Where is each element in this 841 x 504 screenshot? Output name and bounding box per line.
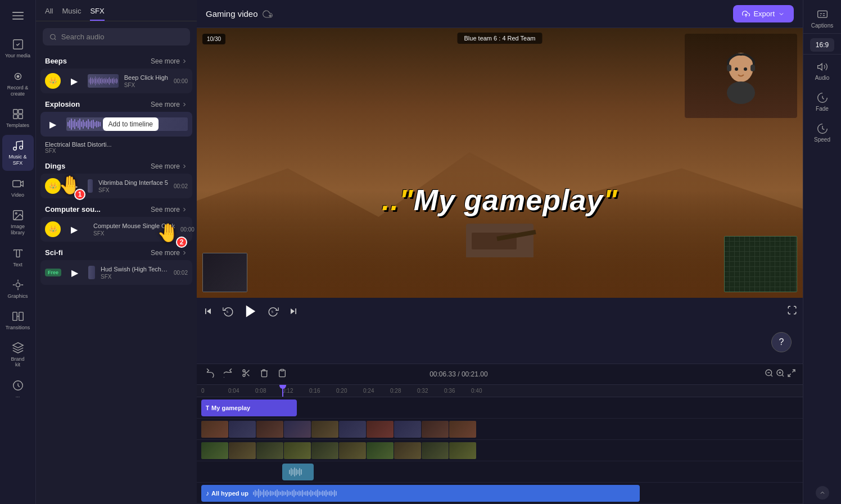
- minimap: [724, 236, 797, 292]
- search-input[interactable]: [61, 33, 183, 41]
- play-hud-swish[interactable]: ▶: [67, 265, 83, 280]
- playhead[interactable]: [282, 385, 283, 397]
- audio-item-beep-click-high[interactable]: 👑 ▶: [40, 69, 192, 93]
- audio-item-electrical-blast[interactable]: ··· ▶ Add to timeline: [40, 112, 192, 137]
- hamburger-button[interactable]: [2, 4, 34, 27]
- audio-name-beep: Beep Click High: [124, 74, 168, 81]
- webcam-overlay: [685, 34, 797, 118]
- add-to-timeline-button[interactable]: Add to timeline: [103, 117, 159, 131]
- right-sidebar-speed[interactable]: Speed: [807, 119, 838, 147]
- svg-rect-16: [12, 312, 16, 320]
- music-waveform: [253, 488, 635, 499]
- ruler-mark-8: 0:08: [255, 388, 282, 394]
- aspect-ratio-button[interactable]: 16:9: [810, 38, 834, 52]
- export-button[interactable]: Export: [733, 5, 794, 22]
- audio-duration-vibrimba: 00:02: [174, 183, 188, 189]
- sidebar-item-record[interactable]: Record &create: [2, 66, 34, 102]
- sidebar-item-flags[interactable]: ···: [2, 375, 34, 404]
- timeline-tracks: T My gameplay: [197, 397, 803, 504]
- audio-item-vibrimba[interactable]: 👑 ▶ Vibrimba Ding Interface 5: [40, 174, 192, 198]
- sfx-clip[interactable]: [282, 464, 314, 480]
- play-electrical-blast[interactable]: ▶: [45, 116, 61, 132]
- search-bar: [43, 28, 190, 46]
- svg-rect-17: [19, 312, 22, 320]
- forward-5s-button[interactable]: 5: [268, 306, 279, 317]
- svg-rect-2: [12, 19, 24, 20]
- mini-thumbnail: [202, 253, 247, 292]
- skip-forward-button[interactable]: [288, 306, 299, 317]
- see-more-explosion[interactable]: See more: [151, 101, 188, 108]
- timeline-time: 00:06.33 / 00:21.00: [429, 370, 487, 378]
- music-clip-all-hyped-up[interactable]: ♪ All hyped up: [201, 485, 640, 502]
- audio-item-hud-swish[interactable]: Free ▶ Hud Swish (High Tech, Sci-fi,.: [40, 260, 192, 285]
- tab-sfx[interactable]: SFX: [90, 7, 104, 21]
- track-video2-content: [197, 440, 803, 461]
- cut-button[interactable]: [239, 367, 253, 381]
- ruler-mark-20: 0:20: [336, 388, 363, 394]
- dropdown-icon: [778, 11, 785, 17]
- zoom-out-button[interactable]: [765, 369, 774, 380]
- svg-rect-25: [750, 65, 755, 71]
- play-pause-button[interactable]: [243, 303, 259, 319]
- redo-button[interactable]: [221, 367, 235, 381]
- audio-name-computer-mouse: Computer Mouse Single Click: [93, 223, 175, 229]
- tab-all[interactable]: All: [45, 7, 53, 21]
- score-overlay: 10/30: [202, 34, 225, 44]
- sidebar-item-image-library[interactable]: Imagelibrary: [2, 205, 34, 240]
- track-music-content: ♪ All hyped up: [197, 483, 803, 503]
- fullscreen-button[interactable]: [787, 305, 797, 317]
- hud-overlay: Blue team 6 : 4 Red Team: [458, 33, 542, 44]
- fit-timeline-button[interactable]: [787, 369, 796, 380]
- section-dings: Dings See more: [40, 157, 192, 174]
- text-clip-my-gameplay[interactable]: T My gameplay: [201, 399, 297, 416]
- play-computer-mouse[interactable]: ▶: [66, 221, 82, 237]
- svg-line-41: [782, 375, 784, 376]
- rewind-5s-button[interactable]: 5: [223, 306, 234, 317]
- audio-duration-beep: 00:00: [174, 78, 188, 84]
- audio-sub-computer-mouse: SFX: [93, 230, 175, 237]
- undo-button[interactable]: [204, 367, 217, 381]
- captions-icon: [816, 9, 829, 20]
- svg-line-38: [771, 375, 772, 376]
- audio-item-computer-mouse[interactable]: 👑 ▶ Computer Mouse Single Click: [40, 217, 192, 242]
- svg-point-5: [17, 75, 19, 78]
- see-more-dings[interactable]: See more: [151, 162, 188, 170]
- svg-rect-36: [281, 369, 283, 371]
- zoom-in-button[interactable]: [776, 369, 785, 380]
- audio-tabs: All Music SFX: [36, 0, 197, 21]
- svg-rect-24: [727, 65, 731, 71]
- see-more-beeps[interactable]: See more: [151, 57, 188, 65]
- delete-button[interactable]: [257, 367, 271, 381]
- right-sidebar-fade[interactable]: Fade: [807, 88, 838, 116]
- sidebar-item-templates[interactable]: Templates: [2, 103, 34, 133]
- help-button[interactable]: ?: [771, 332, 792, 352]
- right-sidebar-audio[interactable]: Audio: [807, 57, 838, 85]
- audio-duration-hud: 00:02: [174, 270, 188, 276]
- audio-volume-icon: [817, 61, 828, 72]
- sidebar-item-your-media[interactable]: Your media: [2, 34, 34, 63]
- svg-line-45: [788, 374, 791, 376]
- svg-point-32: [243, 374, 245, 376]
- ruler-mark-40: 0:40: [471, 388, 498, 394]
- track-sfx: [197, 461, 803, 483]
- see-more-computer[interactable]: See more: [151, 206, 188, 214]
- sidebar-item-music-sfx[interactable]: Music &SFX: [2, 135, 34, 171]
- skip-back-button[interactable]: [202, 306, 214, 317]
- play-vibrimba[interactable]: ▶: [66, 178, 82, 194]
- collapse-panel-button[interactable]: [816, 486, 829, 500]
- clipboard-button[interactable]: [275, 367, 289, 381]
- right-sidebar: Captions 16:9 Audio Fade Speed: [803, 0, 841, 504]
- section-scifi-title: Sci-fi: [45, 248, 63, 257]
- sidebar-item-video[interactable]: Video: [2, 173, 34, 202]
- captions-label: Captions: [811, 22, 833, 29]
- sidebar-item-transitions[interactable]: Transitions: [2, 306, 34, 335]
- tab-music[interactable]: Music: [62, 7, 81, 21]
- sidebar-item-text[interactable]: Text: [2, 243, 34, 272]
- see-more-scifi[interactable]: See more: [151, 249, 188, 257]
- svg-point-19: [51, 34, 56, 39]
- sidebar-item-brand[interactable]: Brandkit: [2, 337, 34, 373]
- audio-name-hud: Hud Swish (High Tech, Sci-fi,...: [101, 266, 168, 273]
- ruler-mark-0: 0: [201, 388, 228, 394]
- sidebar-item-graphics[interactable]: Graphics: [2, 274, 34, 303]
- play-beep-click[interactable]: ▶: [66, 73, 82, 89]
